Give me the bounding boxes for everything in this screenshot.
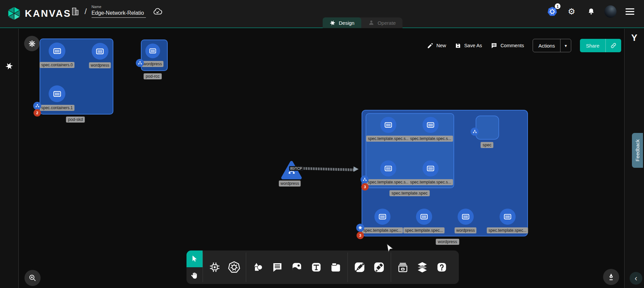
node-label: spec.template.spec... <box>487 227 528 233</box>
share-button[interactable]: Share <box>580 39 605 52</box>
container-node[interactable] <box>423 117 439 133</box>
new-button[interactable]: New <box>427 43 446 49</box>
design-name-input[interactable] <box>92 9 146 18</box>
container-node[interactable] <box>380 160 396 176</box>
circuit-chip-icon <box>209 261 221 273</box>
container-node[interactable] <box>499 209 516 225</box>
pod-skd-alert-badge[interactable]: 2 <box>34 109 41 117</box>
tab-operate-label: Operate <box>378 20 396 26</box>
node-bottom-3: spec.template.spec... <box>487 209 528 233</box>
meshery-swirl-icon[interactable] <box>5 62 14 71</box>
hierarchy-badge-icon <box>35 103 40 109</box>
container-icon <box>95 47 104 56</box>
drawer-tool-button[interactable] <box>394 250 412 284</box>
archive-drawer-icon <box>397 261 409 273</box>
help-tool-button[interactable] <box>433 250 451 284</box>
bell-icon <box>587 8 595 15</box>
node-template-3: spec.template.spec.s... <box>409 160 453 185</box>
component-tools-group <box>203 250 246 284</box>
comment-bubble-icon <box>272 262 283 273</box>
node-spec-empty[interactable] <box>476 116 499 140</box>
actions-button[interactable]: Actions <box>533 39 560 52</box>
pen-path-icon <box>354 261 366 273</box>
container-node[interactable] <box>374 209 390 225</box>
pan-tool-button[interactable] <box>186 267 203 284</box>
note-tool-button[interactable] <box>327 250 345 284</box>
container-icon <box>53 89 62 98</box>
image-tool-button[interactable] <box>288 250 306 284</box>
breadcrumb-slash: / <box>85 7 87 16</box>
operate-person-icon <box>368 19 375 26</box>
organization-icon[interactable] <box>70 7 80 16</box>
k8s-context-count-badge: 1 <box>555 3 560 9</box>
node-label: wordpress <box>454 227 476 233</box>
text-tool-button[interactable] <box>307 250 325 284</box>
kubernetes-context-button[interactable]: 1 <box>546 5 558 17</box>
hierarchy-badge-icon <box>362 177 367 182</box>
user-avatar[interactable] <box>604 5 616 17</box>
container-icon <box>378 212 387 221</box>
settings-button[interactable]: ⚙ <box>566 5 578 17</box>
pen-path-tool-button[interactable] <box>351 250 369 284</box>
spec-node-title: spec <box>481 142 493 148</box>
feedback-tab-label: Feedback <box>635 139 640 161</box>
components-tool-button[interactable] <box>206 250 224 284</box>
template-alert-badge[interactable]: 3 <box>361 183 369 191</box>
service-edge[interactable] <box>301 167 354 171</box>
feedback-tab[interactable]: Feedback <box>632 133 643 168</box>
tab-operate[interactable]: Operate <box>361 17 402 28</box>
tab-design[interactable]: Design <box>323 17 361 28</box>
zoom-search-button[interactable] <box>24 270 41 286</box>
collapse-right-panel-button[interactable]: ‹ <box>630 272 642 285</box>
container-node[interactable] <box>145 44 160 58</box>
pod-skd-kind-badge[interactable] <box>33 102 41 110</box>
new-button-label: New <box>436 43 446 48</box>
container-node[interactable] <box>380 117 396 133</box>
container-node[interactable] <box>458 209 474 225</box>
copy-link-button[interactable] <box>605 39 621 52</box>
actions-button-label: Actions <box>538 43 555 49</box>
container-node[interactable] <box>49 85 65 102</box>
deployment-kind-badge[interactable] <box>356 224 364 232</box>
save-as-button[interactable]: Save As <box>455 43 482 49</box>
shapes-tool-button[interactable] <box>249 250 267 284</box>
comment-tool-button[interactable] <box>268 250 286 284</box>
spec-kind-badge[interactable] <box>471 128 479 136</box>
header-right-controls: 1 ⚙ <box>546 5 636 17</box>
actions-dropdown-toggle[interactable]: ▾ <box>560 39 571 52</box>
canvas-toolbar <box>186 250 459 284</box>
kanvas-logo[interactable]: KANVAS <box>7 6 71 21</box>
yaml-panel-icon[interactable]: Y <box>631 33 637 43</box>
template-kind-badge[interactable] <box>361 175 369 184</box>
canvas-settings-button[interactable] <box>24 36 40 51</box>
select-tool-button[interactable] <box>186 250 203 267</box>
container-node[interactable] <box>92 43 108 60</box>
pod-rcc-kind-badge[interactable] <box>136 59 144 67</box>
service-label: wordpress <box>279 181 301 187</box>
cloud-saved-icon <box>153 6 163 16</box>
freehand-tool-button[interactable] <box>370 250 388 284</box>
kubernetes-helm-icon <box>228 261 240 274</box>
notifications-button[interactable] <box>585 5 597 17</box>
main-menu-button[interactable] <box>624 5 636 17</box>
comments-button[interactable]: Comments <box>491 42 524 49</box>
container-node[interactable] <box>423 160 439 176</box>
node-wordpress-1: wordpress <box>89 43 111 68</box>
gear-icon: ⚙ <box>568 7 575 16</box>
node-label: spec.template.spec.s... <box>409 179 453 185</box>
node-wordpress-2: wordpress <box>142 44 163 67</box>
template-group-title: spec.template.spec <box>389 190 430 196</box>
node-label: spec.template.spec.s... <box>366 179 411 185</box>
kanvas-app: KANVAS / Name <box>0 0 644 288</box>
link-icon <box>610 42 617 49</box>
annotation-pen-button[interactable] <box>603 269 619 285</box>
drawing-tools-group <box>348 250 391 284</box>
container-node[interactable] <box>49 43 65 59</box>
container-node[interactable] <box>416 209 432 225</box>
node-label: spec.containers.1 <box>40 105 74 111</box>
deployment-alert-badge[interactable]: 3 <box>357 232 364 239</box>
layers-tool-button[interactable] <box>413 250 431 284</box>
kubernetes-tool-button[interactable] <box>225 250 243 284</box>
hierarchy-badge-icon <box>472 129 477 134</box>
design-swirl-icon <box>329 20 336 26</box>
